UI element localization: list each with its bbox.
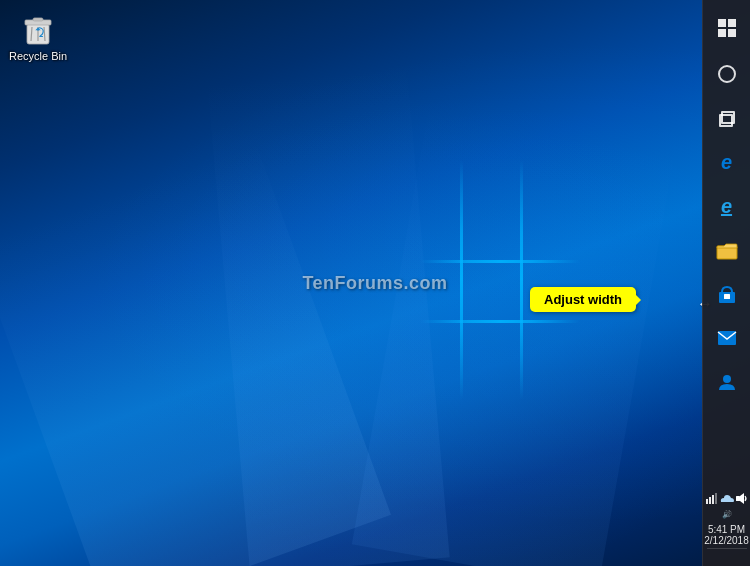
svg-point-10 (723, 375, 731, 383)
svg-rect-8 (724, 294, 730, 299)
volume-tray-icon[interactable] (735, 491, 749, 505)
edge-button[interactable]: e (707, 142, 747, 182)
recycle-bin-graphic (18, 8, 58, 48)
mail-button[interactable] (707, 318, 747, 358)
svg-rect-13 (712, 495, 714, 504)
task-view-icon (719, 112, 735, 124)
ie-icon: e (721, 195, 732, 218)
show-desktop-button[interactable] (707, 548, 747, 562)
system-clock[interactable]: 5:41 PM 2/12/2018 (702, 522, 750, 548)
clock-time: 5:41 PM (704, 524, 749, 535)
file-explorer-icon (716, 239, 738, 261)
svg-rect-9 (718, 331, 736, 345)
tooltip-text: Adjust width (544, 292, 622, 307)
system-tray: 🔊 5:41 PM 2/12/2018 (702, 490, 750, 566)
taskbar-top-section: e e (707, 0, 747, 490)
start-icon (718, 19, 736, 37)
desktop: TenForums.com R (0, 0, 750, 566)
svg-rect-15 (736, 496, 740, 501)
mail-icon (717, 330, 737, 346)
edge-icon: e (721, 151, 732, 174)
file-explorer-button[interactable] (707, 230, 747, 270)
store-button[interactable] (707, 274, 747, 314)
task-view-button[interactable] (707, 98, 747, 138)
svg-rect-11 (706, 499, 708, 504)
store-icon (717, 284, 737, 304)
svg-rect-14 (715, 493, 717, 504)
volume-low-icon[interactable]: 🔊 (720, 507, 734, 521)
people-button[interactable] (707, 362, 747, 402)
tray-icons-row2: 🔊 (718, 506, 736, 522)
search-button[interactable] (707, 54, 747, 94)
svg-rect-12 (709, 497, 711, 504)
start-button[interactable] (707, 6, 747, 50)
search-icon (718, 65, 736, 83)
wallpaper (0, 0, 750, 566)
network-tray-icon[interactable] (705, 491, 719, 505)
recycle-bin-label: Recycle Bin (9, 50, 67, 63)
people-icon (717, 372, 737, 392)
onedrive-tray-icon[interactable] (720, 491, 734, 505)
adjust-width-tooltip: Adjust width (530, 287, 636, 312)
clock-date: 2/12/2018 (704, 535, 749, 546)
ie-button[interactable]: e (707, 186, 747, 226)
taskbar: e e (702, 0, 750, 566)
recycle-bin-icon[interactable]: Recycle Bin (8, 8, 68, 63)
tray-icons-row (703, 490, 751, 506)
svg-rect-2 (33, 18, 43, 21)
windows-logo-decoration (420, 160, 580, 400)
